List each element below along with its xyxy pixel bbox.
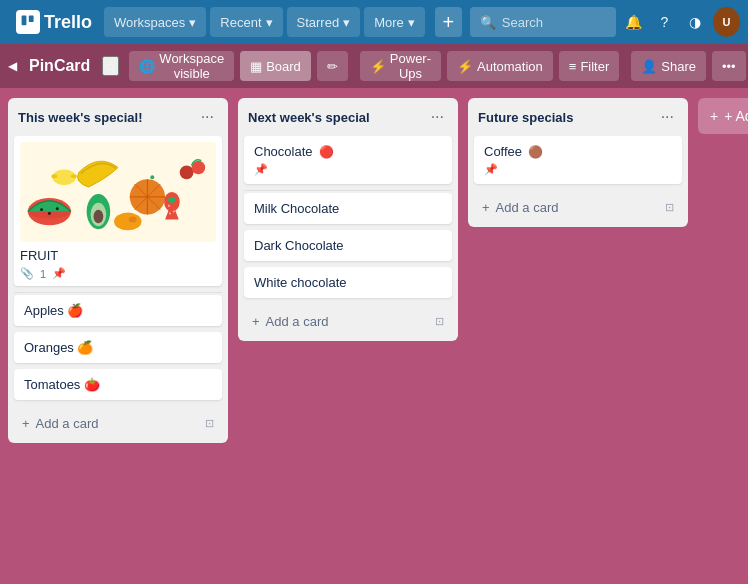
card-fruit[interactable]: ✏ (14, 136, 222, 286)
label-dot: 🟤 (528, 145, 543, 159)
card-oranges[interactable]: Oranges 🍊 (14, 332, 222, 363)
list-next-weeks-special: Next week's special ··· Chocolate 🔴 📌 Mi… (238, 98, 458, 341)
list-header: Future specials ··· (468, 98, 688, 136)
svg-point-11 (150, 175, 154, 179)
star-button[interactable]: ☆ (102, 56, 119, 76)
svg-point-6 (56, 207, 59, 210)
workspaces-button[interactable]: Workspaces ▾ (104, 7, 206, 37)
list-this-weeks-special: This week's special! ··· ✏ (8, 98, 228, 443)
svg-point-22 (169, 213, 171, 215)
attachment-count: 1 (40, 268, 46, 280)
card-dark-chocolate[interactable]: Dark Chocolate (244, 230, 452, 261)
svg-point-5 (48, 212, 51, 215)
powerups-icon: ⚡ (370, 59, 386, 74)
card-meta: 📌 (484, 163, 672, 176)
card-title: FRUIT (20, 248, 216, 263)
view-options-button[interactable]: ✏ (317, 51, 348, 81)
add-card-button[interactable]: + Add a card ⊡ (14, 410, 222, 437)
card-image (20, 142, 216, 242)
card-coffee[interactable]: Coffee 🟤 📌 (474, 136, 682, 184)
add-card-button[interactable]: + Add a card ⊡ (474, 194, 682, 221)
trello-logo-text: Trello (44, 12, 92, 33)
svg-point-20 (168, 205, 170, 207)
card-apples[interactable]: Apples 🍎 (14, 295, 222, 326)
top-navigation: Trello Workspaces ▾ Recent ▾ Starred ▾ M… (0, 0, 748, 44)
list-cards: Coffee 🟤 📌 (468, 136, 688, 190)
list-menu-button[interactable]: ··· (427, 106, 448, 128)
chevron-down-icon: ▾ (408, 15, 415, 30)
card-meta: 📌 (254, 163, 442, 176)
plus-icon: + (710, 108, 718, 124)
label-dot: 🔴 (319, 145, 334, 159)
template-icon: ⊡ (665, 201, 674, 214)
svg-point-27 (71, 174, 77, 178)
svg-point-23 (114, 213, 141, 231)
svg-point-4 (40, 208, 43, 211)
search-placeholder: Search (502, 15, 543, 30)
card-title: Coffee (484, 144, 522, 159)
list-title: Next week's special (248, 110, 370, 125)
chevron-down-icon: ▾ (189, 15, 196, 30)
card-title: Oranges 🍊 (24, 340, 93, 355)
list-cards: ✏ (8, 136, 228, 406)
add-list-button[interactable]: + + Add another (698, 98, 748, 134)
card-milk-chocolate[interactable]: Milk Chocolate (244, 193, 452, 224)
template-icon: ⊡ (205, 417, 214, 430)
globe-icon: 🌐 (139, 59, 155, 74)
search-bar[interactable]: 🔍 Search (470, 7, 616, 37)
svg-point-21 (173, 211, 175, 213)
list-title: This week's special! (18, 110, 142, 125)
board-title: PinCard (23, 53, 96, 79)
board-icon: ▦ (250, 59, 262, 74)
sidebar-toggle-icon[interactable]: ◀ (8, 51, 17, 81)
svg-rect-1 (29, 16, 34, 22)
list-cards: Chocolate 🔴 📌 Milk Chocolate Dark Chocol… (238, 136, 458, 304)
filter-icon: ≡ (569, 59, 577, 74)
card-title: Tomatoes 🍅 (24, 377, 100, 392)
list-header: Next week's special ··· (238, 98, 458, 136)
board-header: ◀ PinCard ☆ 🌐 Workspace visible ▦ Board … (0, 44, 748, 88)
pin-icon: 📌 (52, 267, 66, 280)
card-white-chocolate[interactable]: White chocolate (244, 267, 452, 298)
search-icon: 🔍 (480, 15, 496, 30)
board-body: This week's special! ··· ✏ (0, 88, 748, 584)
share-button[interactable]: 👤 Share (631, 51, 706, 81)
create-button[interactable]: + (435, 7, 462, 37)
svg-point-12 (180, 166, 194, 180)
list-title: Future specials (478, 110, 573, 125)
card-tomatoes[interactable]: Tomatoes 🍅 (14, 369, 222, 400)
svg-point-26 (51, 174, 57, 178)
card-title: Milk Chocolate (254, 201, 339, 216)
starred-button[interactable]: Starred ▾ (287, 7, 361, 37)
card-chocolate[interactable]: Chocolate 🔴 📌 (244, 136, 452, 184)
list-menu-button[interactable]: ··· (197, 106, 218, 128)
trello-logo[interactable]: Trello (8, 6, 100, 38)
plus-icon: + (252, 314, 260, 329)
workspace-visible-button[interactable]: 🌐 Workspace visible (129, 51, 234, 81)
card-title: Dark Chocolate (254, 238, 344, 253)
card-title: Apples 🍎 (24, 303, 83, 318)
plus-icon: + (482, 200, 490, 215)
info-icon[interactable]: ? (651, 7, 678, 37)
more-button[interactable]: More ▾ (364, 7, 425, 37)
list-header: This week's special! ··· (8, 98, 228, 136)
automation-icon: ⚡ (457, 59, 473, 74)
recent-button[interactable]: Recent ▾ (210, 7, 282, 37)
add-card-button[interactable]: + Add a card ⊡ (244, 308, 452, 335)
svg-point-16 (94, 210, 104, 224)
card-meta: 📎 1 📌 (20, 267, 216, 280)
power-ups-button[interactable]: ⚡ Power-Ups (360, 51, 441, 81)
notification-icon[interactable]: 🔔 (620, 7, 647, 37)
plus-icon: + (22, 416, 30, 431)
svg-point-24 (129, 217, 137, 223)
svg-point-19 (168, 197, 176, 203)
board-view-button[interactable]: ▦ Board (240, 51, 311, 81)
automation-button[interactable]: ⚡ Automation (447, 51, 553, 81)
share-icon: 👤 (641, 59, 657, 74)
list-menu-button[interactable]: ··· (657, 106, 678, 128)
user-avatar[interactable]: U (713, 7, 740, 37)
theme-icon[interactable]: ◑ (682, 7, 709, 37)
svg-rect-0 (22, 16, 27, 26)
filter-button[interactable]: ≡ Filter (559, 51, 619, 81)
more-options-button[interactable]: ••• (712, 51, 746, 81)
